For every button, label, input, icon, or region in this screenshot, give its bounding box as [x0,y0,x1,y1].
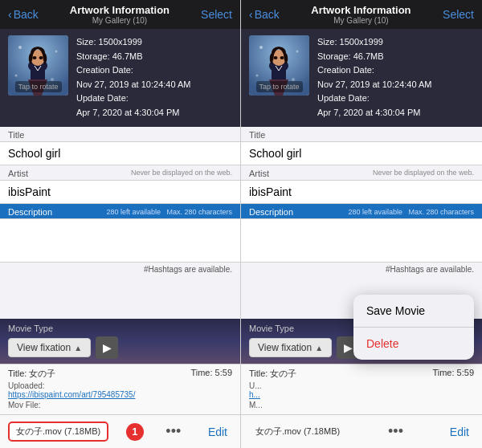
bottom-title-row-left: Title: 女の子 Time: 5:59 [8,368,232,380]
svg-point-1 [18,46,22,49]
desc-label-right: Description [249,207,293,217]
bottom-title-right: Title: 女の子 [249,368,297,380]
artist-group-left: Artist Never be displayed on the web. ib… [0,165,240,204]
svg-point-19 [280,56,284,59]
view-fixation-label-right: View fixation [258,342,312,353]
back-label-right: Back [255,8,280,21]
back-chevron-icon-right: ‹ [249,8,253,21]
bottom-info-right: Title: 女の子 Time: 5:59 U... h... M... [241,364,482,414]
artist-input-right[interactable]: ibisPaint [241,180,482,204]
svg-point-9 [39,56,43,59]
back-chevron-icon: ‹ [8,8,12,21]
update-value-left: Apr 7, 2020 at 4:30:04 PM [76,108,179,117]
desc-label-row-right: Description 280 left available Max. 280 … [241,204,482,218]
artwork-meta-left: Size: 1500x1999 Storage: 46.7MB Creation… [76,35,191,120]
artwork-header-left: Tap to rotate Size: 1500x1999 Storage: 4… [0,29,240,127]
back-button-left[interactable]: ‹ Back [8,8,39,21]
title-group-right: Title School girl [241,127,482,165]
nav-bar-left: ‹ Back Artwork Information My Gallery (1… [0,0,240,29]
view-fixation-button-right[interactable]: View fixation ▲ [249,338,332,357]
nav-bar-right: ‹ Back Artwork Information My Gallery (1… [241,0,482,29]
bottom-toolbar-right: 女の子.mov (7.18MB) ••• Edit [241,414,482,448]
storage-label-left: Storage: [76,51,110,61]
mov-file-label-right[interactable]: 女の子.mov (7.18MB) [249,423,346,440]
art-link-left[interactable]: https://ibispaint.com/art/795485735/ [8,390,232,399]
edit-button-right[interactable]: Edit [445,426,474,438]
desc-max-left: Max. 280 characters [166,208,232,216]
left-panel: ‹ Back Artwork Information My Gallery (1… [0,0,241,448]
play-button-left[interactable]: ▶ [96,336,118,359]
arrow-up-icon-left: ▲ [74,344,82,352]
right-panel: ‹ Back Artwork Information My Gallery (1… [241,0,482,448]
context-save-movie[interactable]: Save Movie [353,295,474,328]
svg-point-8 [33,56,37,59]
creation-value-left: Nov 27, 2019 at 10:24:40 AM [76,79,191,89]
mov-label-left: Mov File: [8,401,232,409]
play-icon-left: ▶ [103,341,112,354]
svg-point-4 [15,75,18,77]
desc-group-left: Description 280 left available Max. 280 … [0,204,240,276]
bottom-time-left: Time: 5:59 [190,368,232,380]
back-button-right[interactable]: ‹ Back [249,8,280,21]
title-input-right[interactable]: School girl [241,141,482,165]
bottom-title-left: Title: 女の子 [8,368,56,380]
update-label-left: Update Date: [76,93,129,103]
artwork-meta-right: Size: 1500x1999 Storage: 46.7MB Creation… [317,35,432,120]
size-value-left: 1500x1999 [99,37,142,47]
movie-controls-left: View fixation ▲ ▶ [8,336,232,359]
gallery-label-left: My Gallery (10) [70,16,170,25]
storage-value-left: 46.7MB [112,51,143,61]
desc-char-left: 280 left available Max. 280 characters [106,208,232,216]
view-fixation-button-left[interactable]: View fixation ▲ [8,338,91,357]
size-label-left: Size: [76,37,96,47]
notification-badge-left: 1 [126,423,144,441]
movie-section-left: Movie Type View fixation ▲ ▶ [0,319,240,364]
mov-file-button-left[interactable]: 女の子.mov (7.18MB) [8,422,108,442]
back-label-left: Back [14,8,39,21]
arrow-up-icon-right: ▲ [315,344,323,352]
svg-point-18 [274,56,278,59]
play-icon-right: ▶ [344,341,353,354]
form-area-left: Title School girl Artist Never be displa… [0,127,240,319]
bottom-time-right: Time: 5:59 [432,368,474,380]
select-button-right[interactable]: Select [443,8,474,21]
artist-label-right: Artist [249,169,269,178]
tap-rotate-label-left[interactable]: Tap to rotate [14,81,61,92]
mov-file-label-left: 女の子.mov (7.18MB) [16,426,100,438]
more-options-button-right[interactable]: ••• [383,423,408,440]
artist-note-left: Never be displayed on the web. [131,169,232,178]
svg-point-14 [256,75,259,77]
svg-point-2 [55,51,58,53]
artist-input-left[interactable]: ibisPaint [0,180,240,204]
art-link-right[interactable]: h... [249,390,474,399]
bottom-toolbar-left: 女の子.mov (7.18MB) 1 ••• Edit [0,414,240,448]
hashtag-note-left: #Hashtags are available. [0,263,240,276]
desc-label-left: Description [8,207,52,217]
movie-type-label-left: Movie Type [8,324,232,333]
desc-label-row-left: Description 280 left available Max. 280 … [0,204,240,218]
svg-point-12 [296,51,299,53]
tap-rotate-label-right[interactable]: Tap to rotate [255,81,302,92]
mov-label-right: M... [249,401,474,409]
desc-textarea-left[interactable] [0,218,240,263]
page-title-right: Artwork Information [311,4,411,16]
svg-point-11 [259,46,263,49]
select-button-left[interactable]: Select [201,8,232,21]
title-label-right: Title [241,127,482,141]
artist-note-right: Never be displayed on the web. [373,169,474,178]
title-input-left[interactable]: School girl [0,141,240,165]
more-options-button-left[interactable]: ••• [161,423,186,440]
edit-button-left[interactable]: Edit [203,426,232,438]
context-menu-right: Save Movie Delete [353,295,474,360]
artist-group-right: Artist Never be displayed on the web. ib… [241,165,482,204]
bottom-info-left: Title: 女の子 Time: 5:59 Uploaded: https://… [0,364,240,414]
desc-left-count-left: 280 left available [106,208,161,216]
creation-label-left: Creation Date: [76,65,133,75]
form-area-right: Title School girl Artist Never be displa… [241,127,482,319]
desc-textarea-right[interactable] [241,218,482,263]
title-group-left: Title School girl [0,127,240,165]
page-title-left: Artwork Information [70,4,170,16]
context-delete[interactable]: Delete [353,328,474,360]
hashtag-note-right: #Hashtags are available. [241,263,482,276]
title-label-left: Title [0,127,240,141]
